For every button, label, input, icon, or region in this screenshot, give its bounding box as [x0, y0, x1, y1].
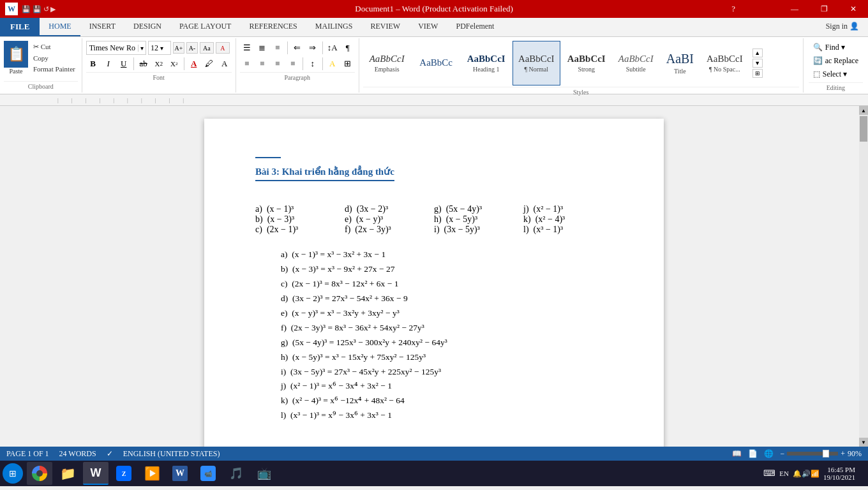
style-title[interactable]: AaBI Title [661, 41, 700, 85]
tab-home[interactable]: HOME [40, 18, 80, 36]
web-layout-icon[interactable]: 🌐 [764, 449, 774, 459]
increase-indent-button[interactable]: ⇒ [306, 41, 320, 55]
taskbar-zoom[interactable]: 📹 [195, 462, 221, 485]
sort-button[interactable]: ↕A [326, 41, 340, 55]
align-center-button[interactable]: ≡ [255, 57, 269, 71]
start-button[interactable]: ⊞ [3, 463, 23, 484]
replace-icon: 🔄 [813, 56, 823, 66]
find-button[interactable]: 🔍 Find ▾ [809, 41, 863, 54]
strikethrough-button[interactable]: ab [137, 57, 151, 71]
taskbar-media[interactable]: ▶️ [139, 462, 165, 485]
taskbar-right: ⌨ EN 🔔🔊📶 16:45 PM 19/10/2021 [763, 466, 865, 481]
close-button[interactable]: ✕ [839, 0, 868, 18]
style-subtitle[interactable]: AaBbCcI Subtitle [613, 41, 659, 85]
scroll-thumb[interactable] [860, 116, 867, 142]
numbered-list-button[interactable]: ≣ [255, 41, 269, 55]
proofing-icon[interactable]: ✓ [107, 449, 113, 459]
status-right: 📖 📄 🌐 − + 90% [732, 449, 862, 459]
zoom-slider[interactable] [787, 452, 838, 456]
taskbar-word[interactable]: W [83, 462, 108, 485]
highlight-button[interactable]: 🖊 [202, 57, 216, 71]
taskbar-zalo[interactable]: Z [111, 462, 137, 485]
zoom-thumb[interactable] [823, 450, 829, 457]
paragraph-label: Paragraph [240, 72, 355, 81]
style-emphasis[interactable]: AaBbCcI Emphasis [363, 41, 411, 85]
ex-j: j) (x² − 1)³ [523, 204, 613, 214]
italic-button[interactable]: I [101, 57, 116, 71]
scroll-up-arrow[interactable]: ▲ [859, 106, 868, 115]
styles-scroll-up[interactable]: ▲ [752, 48, 763, 57]
show-marks-button[interactable]: ¶ [341, 41, 355, 55]
replace-button[interactable]: 🔄 ac Replace [809, 54, 863, 68]
align-right-button[interactable]: ≡ [271, 57, 285, 71]
line-spacing-button[interactable]: ↕ [306, 57, 320, 71]
change-case-button[interactable]: Aa [200, 42, 214, 54]
tab-insert[interactable]: INSERT [80, 18, 124, 36]
styles-scroll-down[interactable]: ▼ [752, 59, 763, 68]
tab-review[interactable]: REVIEW [361, 18, 409, 36]
zoom-out-icon[interactable]: − [780, 449, 784, 459]
scroll-down-arrow[interactable]: ▼ [859, 438, 868, 447]
cut-button[interactable]: ✂ Cut [31, 42, 78, 52]
taskbar-chrome[interactable] [27, 462, 52, 485]
help-icon[interactable]: ? [726, 0, 740, 18]
taskbar-app2[interactable]: 📺 [251, 462, 277, 485]
style-strong[interactable]: AaBbCcI Strong [562, 41, 611, 85]
tab-view[interactable]: VIEW [409, 18, 447, 36]
justify-button[interactable]: ≡ [286, 57, 300, 71]
subscript-button[interactable]: X2 [152, 57, 166, 71]
title-bar: W 💾 💾 ↺ ▶ Document1 – Word (Product Acti… [0, 0, 868, 18]
bullets-button[interactable]: ☰ [240, 41, 254, 55]
style-nospace[interactable]: AaBbCcI ¶ No Spac... [701, 41, 749, 85]
print-layout-icon[interactable]: 📄 [748, 449, 758, 459]
font-size-display: 12 [149, 43, 160, 53]
format-painter-button[interactable]: Format Painter [31, 64, 78, 73]
language-indicator[interactable]: EN [779, 470, 789, 477]
zoom-in-icon[interactable]: + [841, 449, 845, 459]
superscript-button[interactable]: X2 [167, 57, 181, 71]
tab-file[interactable]: FILE [0, 18, 40, 36]
vertical-scrollbar[interactable]: ▲ ▼ [859, 106, 868, 447]
underline-button[interactable]: U [117, 57, 131, 71]
taskbar-app1[interactable]: 🎵 [223, 462, 249, 485]
clear-format-button[interactable]: A [216, 42, 230, 54]
answer-i: i) (3x − 5y)³ = 27x³ − 45x²y + 225xy² − … [281, 365, 613, 380]
font-color-button[interactable]: A [187, 57, 201, 71]
style-heading1-preview[interactable]: AaBbCc [412, 41, 460, 85]
select-label: Select ▾ [823, 70, 847, 79]
increase-font-button[interactable]: A+ [173, 42, 184, 54]
taskbar-explorer[interactable]: 📁 [55, 462, 80, 485]
text-effects-button[interactable]: A [218, 57, 232, 71]
zoom-control[interactable]: − + 90% [780, 449, 862, 459]
tab-pagelayout[interactable]: PAGE LAYOUT [170, 18, 240, 36]
font-size-dropdown[interactable]: ▾ [160, 45, 163, 52]
paste-button[interactable]: 📋 Paste [4, 41, 28, 75]
tab-pdfelement[interactable]: PDFelement [447, 18, 503, 36]
style-heading1[interactable]: AaBbCcI Heading 1 [461, 41, 511, 85]
style-title-label: Title [674, 68, 686, 75]
decrease-indent-button[interactable]: ⇐ [290, 41, 304, 55]
tab-design[interactable]: DESIGN [124, 18, 170, 36]
decrease-font-button[interactable]: A- [186, 42, 198, 54]
font-name-dropdown[interactable]: ▾ [138, 45, 146, 52]
ex-l: l) (x³ − 1)³ [523, 225, 613, 235]
tab-mailings[interactable]: MAILINGS [306, 18, 362, 36]
ex-h: h) (x − 5y)³ [434, 214, 523, 225]
multilevel-list-button[interactable]: ≡ [271, 41, 285, 55]
minimize-button[interactable]: — [780, 0, 809, 18]
read-mode-icon[interactable]: 📖 [732, 449, 742, 459]
copy-button[interactable]: Copy [31, 54, 78, 63]
restore-button[interactable]: ❐ [809, 0, 839, 18]
keyboard-icon[interactable]: ⌨ [763, 468, 775, 479]
borders-button[interactable]: ⊞ [341, 57, 355, 71]
tab-references[interactable]: REFERENCES [240, 18, 306, 36]
align-left-button[interactable]: ≡ [240, 57, 254, 71]
sign-in-button[interactable]: Sign in 👤 [817, 18, 868, 36]
page-info: PAGE 1 OF 1 [6, 449, 49, 459]
taskbar-word2[interactable]: W [167, 462, 193, 485]
style-normal[interactable]: AaBbCcI ¶ Normal [513, 41, 560, 85]
bold-button[interactable]: B [86, 57, 100, 71]
styles-more[interactable]: ⊞ [752, 69, 763, 78]
shading-button[interactable]: A [326, 57, 340, 71]
select-button[interactable]: ⬚ Select ▾ [809, 68, 863, 81]
